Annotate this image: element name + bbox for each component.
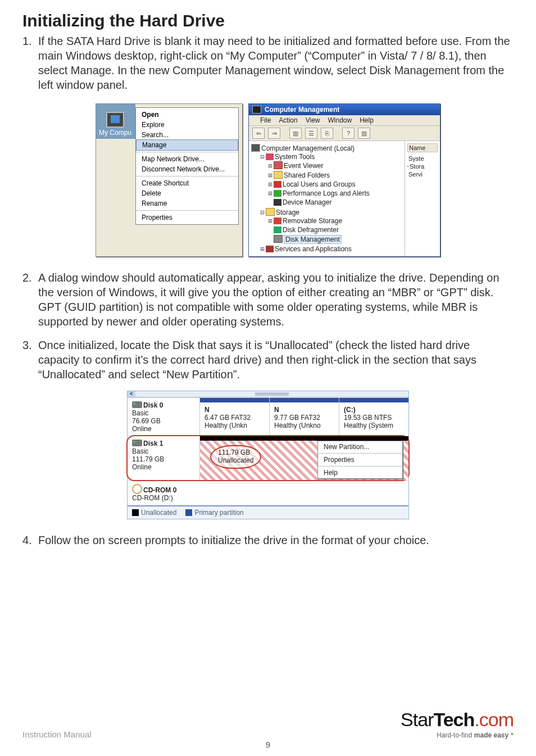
list-item[interactable]: Syste [407,155,438,162]
removable-storage-icon [274,218,281,224]
tree-perf-logs[interactable]: ⊞Performance Logs and Alerts [267,189,403,198]
step-1: 1.If the SATA Hard Drive is blank it may… [22,34,514,92]
brand-tag1: Hard-to-find [437,731,474,739]
mycomputer-icon[interactable]: My Compu [96,104,135,139]
scroll-grip[interactable] [255,392,289,396]
window-titlebar[interactable]: Computer Management [249,104,440,115]
tree-services[interactable]: ⊞Services and Applications [259,245,403,253]
menu-search[interactable]: Search... [136,130,238,140]
menu-window[interactable]: Window [328,116,352,124]
toolbar-btn-4[interactable]: ▥ [358,128,370,139]
disk1-header[interactable]: Disk 1 Basic 111.79 GB Online [128,436,200,480]
unallocated-size: 111.79 GB [218,449,253,456]
menu-file[interactable]: File [260,116,271,124]
window-title: Computer Management [265,106,339,114]
disk0-partition-2[interactable]: N 9.77 GB FAT32 Healthy (Unkno [269,398,339,436]
legend-primary: Primary partition [185,509,243,517]
horizontal-scrollbar[interactable]: < [128,391,408,397]
tree-shared-folders[interactable]: ⊞Shared Folders [267,170,403,180]
disk0-partition-c[interactable]: (C:) 19.53 GB NTFS Healthy (System [339,398,408,436]
partition-status: Healthy (Unkno [274,422,334,429]
right-pane: Name Syste Stora Servi [405,141,440,256]
partition-label: N [205,406,265,414]
toolbar-help-button[interactable]: ? [342,128,355,139]
event-viewer-icon [274,161,283,169]
computer-management-window: Computer Management File Action View Win… [248,103,440,257]
storage-icon [266,208,275,216]
menu-properties[interactable]: Properties [136,212,238,223]
column-header-name[interactable]: Name [407,143,438,152]
window-icon [252,106,261,114]
disk0-title: Disk 0 [143,401,163,409]
tree-device-manager[interactable]: Device Manager [267,198,403,207]
page-title: Initializing the Hard Drive [22,11,514,30]
tree-root[interactable]: Computer Management (Local) ⊟System Tool… [251,143,403,254]
list-label: Syste [408,155,424,162]
back-button[interactable]: ⇐ [252,128,265,139]
partition-bar [200,398,269,402]
menu-help[interactable]: Help [360,116,374,124]
scroll-left-icon[interactable]: < [128,391,135,397]
users-icon [274,181,281,188]
tree-removable-storage[interactable]: ⊞Removable Storage [267,216,403,225]
menu-create-shortcut[interactable]: Create Shortcut [136,178,238,188]
menu-open[interactable]: Open [136,110,238,120]
device-manager-icon [274,199,281,206]
tree-label: Services and Applications [275,245,352,253]
partition-size: 19.53 GB NTFS [344,414,404,422]
cdrom-row: CD-ROM 0 CD-ROM (D:) [128,480,408,505]
partition-status: Healthy (Unkn [205,422,265,429]
list-item[interactable]: Servi [407,170,438,178]
disk0-partition-1[interactable]: N 6.47 GB FAT32 Healthy (Unkn [200,398,269,436]
toolbar-btn-2[interactable]: ☰ [305,128,317,139]
unallocated-context-menu: New Partition... Properties Help [317,441,403,479]
storage-icon [407,166,408,167]
unallocated-label: Unallocated [218,456,253,464]
toolbar-btn-1[interactable]: ▥ [289,128,302,139]
tree-label: Storage [276,209,299,216]
tree-event-viewer[interactable]: ⊞Event Viewer [267,161,403,170]
tree-disk-defragmenter[interactable]: Disk Defragmenter [267,225,403,234]
tree-pane[interactable]: Computer Management (Local) ⊟System Tool… [249,141,405,256]
list-item[interactable]: Stora [407,162,438,170]
tree-local-users[interactable]: ⊞Local Users and Groups [267,180,403,189]
tree-storage[interactable]: ⊟Storage ⊞Removable Storage Disk Defragm… [259,207,403,245]
menu-disconnect-drive[interactable]: Disconnect Network Drive... [136,164,238,174]
step-2-text: A dialog window should automatically app… [38,271,499,328]
brand-dot-icon: • [508,730,514,739]
tree-disk-management[interactable]: Disk Management [267,234,403,244]
legend-label: Unallocated [141,509,176,517]
cdrom-header[interactable]: CD-ROM 0 CD-ROM (D:) [128,481,199,505]
brand-part2: Tech [433,709,474,730]
menu-delete[interactable]: Delete [136,188,238,198]
menu-rename[interactable]: Rename [136,198,238,209]
list-label: Servi [408,171,423,178]
cdrom-sub: CD-ROM (D:) [132,494,195,502]
tree-system-tools[interactable]: ⊟System Tools ⊞Event Viewer ⊞Shared Fold… [259,152,403,207]
disk-management-panel: < Disk 0 Basic 76.69 GB Online N 6.47 GB… [127,391,409,519]
brand-logo: StarTech.com Hard-to-find made easy • [401,709,514,739]
menu-new-partition[interactable]: New Partition... [318,441,402,452]
context-menu: Open Explore Search... Manage Map Networ… [135,107,239,225]
toolbar-btn-3[interactable]: ⎘ [321,128,333,139]
swatch-unallocated [132,509,139,516]
tree-label: Shared Folders [284,171,330,179]
disk0-header[interactable]: Disk 0 Basic 76.69 GB Online [128,398,200,436]
partition-label: N [274,406,334,414]
menu-help[interactable]: Help [318,467,402,478]
partition-label: (C:) [344,406,404,414]
tree-label: System Tools [275,153,315,161]
step-3-text: Once initialized, locate the Disk that s… [38,339,476,381]
folder-icon [274,171,283,179]
disk1-unallocated[interactable]: 111.79 GB Unallocated New Partition... P… [200,436,408,480]
menu-view[interactable]: View [306,116,320,124]
menu-explore[interactable]: Explore [136,120,238,130]
menu-map-drive[interactable]: Map Network Drive... [136,154,238,164]
partition-bar [200,436,408,441]
menu-properties[interactable]: Properties [318,454,402,465]
menu-manage[interactable]: Manage [136,139,238,151]
forward-button[interactable]: ⇒ [268,128,280,139]
menu-action[interactable]: Action [279,116,297,124]
mycomputer-context-panel: My Compu Open Explore Search... Manage M… [96,103,243,257]
disk-row-0: Disk 0 Basic 76.69 GB Online N 6.47 GB F… [128,397,408,436]
